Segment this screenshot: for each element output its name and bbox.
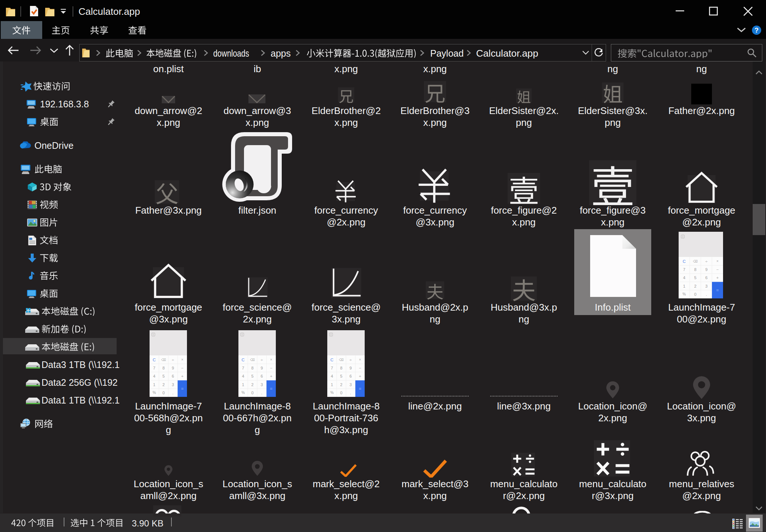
svg-text:9: 9: [705, 267, 708, 272]
svg-text:?: ?: [755, 27, 759, 34]
svg-text:C: C: [683, 259, 686, 264]
svg-text:5: 5: [251, 374, 254, 378]
svg-text:−: −: [359, 366, 361, 370]
svg-text:7: 7: [683, 267, 685, 272]
svg-text:7: 7: [153, 366, 155, 370]
svg-text:2: 2: [340, 382, 342, 387]
svg-text:%: %: [330, 391, 334, 395]
svg-text:2: 2: [163, 382, 165, 387]
svg-text:1: 1: [153, 382, 155, 387]
svg-text:4: 4: [153, 374, 155, 378]
svg-text:8: 8: [163, 366, 165, 370]
svg-text:=: =: [270, 386, 272, 391]
svg-text:4: 4: [331, 374, 333, 378]
svg-text:−: −: [181, 366, 183, 370]
svg-text:⌫: ⌫: [693, 260, 698, 263]
svg-text:⌫: ⌫: [161, 358, 166, 362]
svg-text:⌫: ⌫: [339, 358, 344, 362]
svg-text:5: 5: [163, 374, 165, 378]
svg-text:+: +: [716, 275, 719, 280]
svg-text:.: .: [706, 292, 707, 297]
svg-text:7: 7: [242, 366, 244, 370]
svg-text:0: 0: [340, 391, 342, 395]
svg-text:.: .: [261, 391, 262, 395]
svg-text:2: 2: [694, 284, 696, 288]
svg-text:2: 2: [251, 382, 254, 387]
svg-text:=: =: [716, 288, 719, 293]
svg-text:÷: ÷: [349, 358, 352, 362]
svg-text:.: .: [350, 391, 351, 395]
svg-text:1: 1: [242, 382, 244, 387]
svg-text:6: 6: [261, 374, 263, 378]
svg-text:+: +: [270, 374, 272, 378]
svg-text:4: 4: [683, 275, 685, 280]
svg-text:3: 3: [349, 382, 352, 387]
svg-text:6: 6: [172, 374, 174, 378]
svg-text:.: .: [173, 391, 174, 395]
svg-text:÷: ÷: [172, 358, 174, 362]
svg-text:%: %: [683, 292, 686, 296]
svg-text:8: 8: [694, 267, 696, 272]
svg-text:7: 7: [331, 366, 333, 370]
svg-text:−: −: [716, 267, 719, 272]
svg-text:3: 3: [172, 382, 174, 387]
svg-text:0: 0: [163, 391, 165, 395]
svg-text:C: C: [242, 358, 245, 362]
svg-text:×: ×: [181, 358, 183, 362]
svg-text:0: 0: [694, 292, 696, 297]
svg-text:6: 6: [705, 275, 708, 280]
svg-text:4: 4: [242, 374, 244, 378]
svg-text:C: C: [331, 358, 334, 362]
svg-text:0: 0: [251, 391, 254, 395]
svg-text:+: +: [359, 374, 361, 378]
svg-text:8: 8: [340, 366, 342, 370]
svg-text:÷: ÷: [261, 358, 263, 362]
svg-text:×: ×: [716, 259, 719, 263]
svg-text:5: 5: [340, 374, 342, 378]
svg-text:9: 9: [349, 366, 352, 370]
svg-text:6: 6: [349, 374, 352, 378]
svg-text:÷: ÷: [705, 259, 708, 264]
svg-text:−: −: [270, 366, 272, 370]
svg-text:%: %: [153, 391, 156, 395]
svg-text:+: +: [181, 374, 183, 378]
svg-text:3: 3: [261, 382, 263, 387]
svg-text:1: 1: [331, 382, 333, 387]
svg-text:×: ×: [270, 358, 272, 362]
svg-text:1: 1: [683, 284, 685, 288]
svg-text:%: %: [241, 391, 245, 395]
svg-text:8: 8: [251, 366, 254, 370]
svg-text:9: 9: [261, 366, 263, 370]
svg-text:=: =: [359, 386, 361, 391]
svg-text:3: 3: [705, 284, 708, 288]
svg-text:⌫: ⌫: [250, 358, 255, 362]
svg-text:5: 5: [694, 275, 696, 280]
svg-text:×: ×: [359, 358, 361, 362]
svg-text:9: 9: [172, 366, 174, 370]
svg-text:C: C: [153, 358, 156, 362]
svg-text:=: =: [181, 386, 184, 391]
